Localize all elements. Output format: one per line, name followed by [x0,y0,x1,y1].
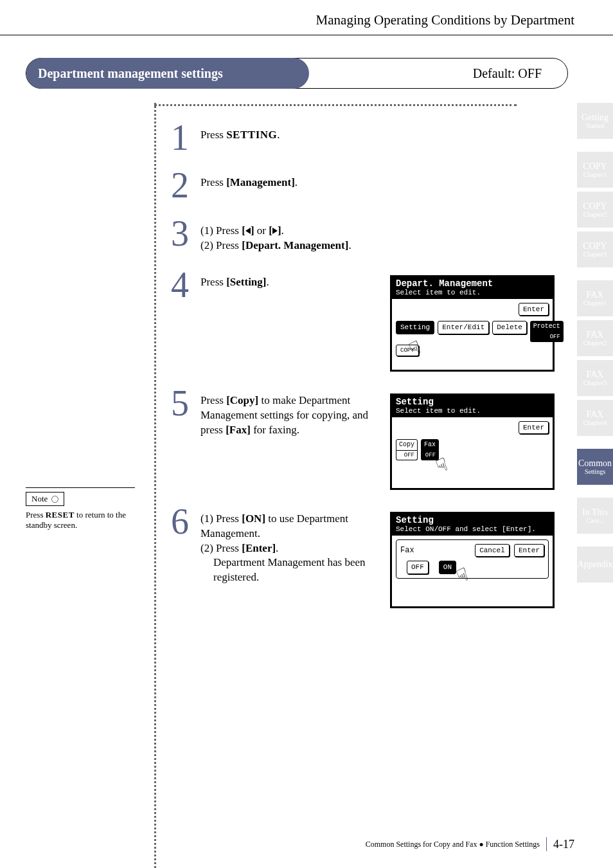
text: . [281,224,284,237]
text: Press [200,129,226,141]
lcd-enter-button[interactable]: Enter [519,421,549,435]
tab-l1: Common [578,458,612,468]
text: (1) Press [200,512,242,525]
lcd-title: Setting [396,515,549,526]
step-body: Press [Management]. [200,169,568,190]
lcd-header: Depart. Management Select item to edit. [392,277,553,299]
tab-l1: FAX [587,330,604,339]
step-text: (1) Press [ON] to use Department Managem… [200,512,377,608]
tab-in-this-case: In ThisCase... [577,498,613,534]
text: . [277,129,280,141]
tab-l1: COPY [583,201,607,211]
lcd-header: Setting Select item to edit. [392,395,553,417]
lcd-title: Setting [396,397,549,408]
lcd-body: Fax Cancel Enter OFF ON ☟ [392,536,553,606]
tab-copy2: COPYChapter2 [577,192,613,228]
lcd-btn-label: Copy [396,439,418,451]
lcd-body: Enter CopyOFF FaxOFF ☟ [392,417,553,488]
lcd-copy-button[interactable]: COPY [396,345,419,356]
lcd-setting: Setting Select item to edit. Enter CopyO… [390,393,555,490]
step-number: 3 [167,217,193,249]
lcd-btn-sub: OFF [396,451,418,460]
lcd-copy-button[interactable]: CopyOFF [396,439,418,460]
tab-l1: Appendix [577,559,612,569]
step-1: 1 Press SETTING. [167,122,568,154]
lcd-enter-edit-button[interactable]: Enter/Edit [438,321,489,334]
note-body: Press RESET to return to the standby scr… [26,510,135,530]
step-body: (1) Press [] or []. (2) Press [Depart. M… [200,217,568,253]
keyword: [Enter] [242,542,276,554]
lcd-body: Enter Setting Enter/Edit Delete ProtectO… [392,299,553,370]
tab-copy1: COPYChapter1 [577,152,613,188]
dotted-line-horizontal [154,104,517,106]
footer-text: Common Settings for Copy and Fax ● Funct… [366,840,540,849]
lcd-setting-onoff: Setting Select ON/OFF and select [Enter]… [390,512,555,608]
lcd-title: Depart. Management [396,278,549,289]
tab-fax4: FAXChapter4 [577,400,613,436]
keyword: [Setting] [226,276,266,288]
tab-l2: Chapter3 [583,251,607,258]
side-tabs: GettingStarted COPYChapter1 COPYChapter2… [577,103,613,583]
step-body: Press [Copy] to make Department Manageme… [200,387,568,490]
footer: Common Settings for Copy and Fax ● Funct… [366,837,574,851]
note-text: Note [31,494,48,504]
text: or [254,224,269,237]
step-number: 2 [167,169,193,201]
lcd-fax-button[interactable]: FaxOFF [421,439,439,460]
text: (2) Press [200,542,242,554]
text: . [276,542,278,554]
tab-l2: Chapter3 [583,379,607,386]
lcd-enter-button[interactable]: Enter [519,303,549,316]
tab-l2: Case... [587,517,604,524]
tab-l2: Chapter2 [583,211,607,218]
lcd-protect-button[interactable]: ProtectOFF [530,321,564,342]
keyword: [Fax] [226,424,251,436]
lcd-on-button[interactable]: ON [439,561,456,574]
step-body: (1) Press [ON] to use Department Managem… [200,505,568,608]
step-number: 5 [167,387,193,419]
lcd-off-button[interactable]: OFF [407,561,429,574]
tab-l2: Chapter1 [583,171,607,178]
tab-l1: Getting [582,113,609,122]
text: Press [200,276,226,288]
lcd-btn-label: Fax [421,439,439,451]
page-number: 4-17 [553,838,574,851]
step-text: Press [Copy] to make Department Manageme… [200,393,377,490]
text: (2) Press [200,239,242,251]
lcd-delete-button[interactable]: Delete [492,321,527,334]
tab-l1: FAX [587,290,604,300]
tab-l2: Chapter2 [583,339,607,347]
note-label: Note [26,492,64,506]
lcd-cancel-button[interactable]: Cancel [475,544,510,557]
steps: 1 Press SETTING. 2 Press [Management]. 3… [154,122,568,608]
tab-fax3: FAXChapter3 [577,360,613,396]
lcd-header: Setting Select ON/OFF and select [Enter]… [392,514,553,536]
step-body: Press SETTING. [200,122,568,143]
header-title: Managing Operating Conditions by Departm… [316,12,574,28]
keyword: SETTING [226,129,277,141]
section-pill: Department management settings Default: … [26,58,568,89]
lcd-subtitle: Select item to edit. [396,289,549,297]
text: Department Management has been registere… [200,556,377,585]
keyword: [ON] [242,512,265,525]
tab-appendix: Appendix [577,547,613,583]
step-number: 6 [167,505,193,538]
lcd-enter-button[interactable]: Enter [514,544,544,557]
tab-l1: COPY [583,161,607,171]
lcd-subtitle: Select item to edit. [396,407,549,415]
lcd-btn-label: Protect [530,321,564,332]
right-arrow-icon [272,228,278,234]
text: . [348,239,351,251]
keyword: [Depart. Management] [242,239,348,251]
tab-l1: In This [582,507,608,517]
tab-fax2: FAXChapter2 [577,320,613,356]
text: . [295,176,298,188]
step-2: 2 Press [Management]. [167,169,568,201]
text: . [266,276,269,288]
tab-l2: Chapter4 [583,419,607,426]
step-5: 5 Press [Copy] to make Department Manage… [167,387,568,490]
step-number: 1 [167,122,193,154]
tab-copy3: COPYChapter3 [577,231,613,267]
lcd-setting-button[interactable]: Setting [396,321,434,334]
tab-l1: FAX [587,410,604,419]
